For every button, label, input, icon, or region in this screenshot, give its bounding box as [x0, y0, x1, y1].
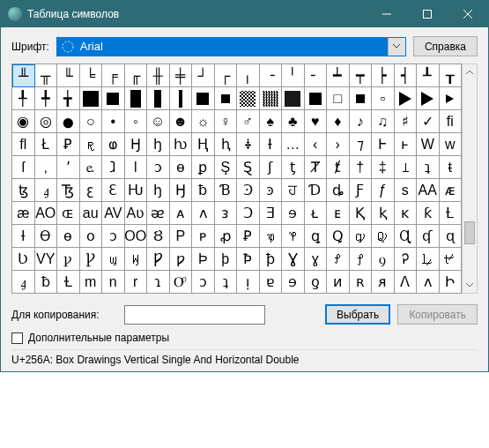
character-cell[interactable]: ⸸ — [237, 133, 260, 156]
character-cell[interactable]: ʇ — [215, 271, 238, 294]
character-cell[interactable] — [102, 87, 125, 110]
character-cell[interactable]: Ⱦ — [305, 156, 328, 179]
character-grid[interactable]: ╨╥╙╘╒╓╫╪┘┌╷╶╵╴┷┯┝┥┸┰╀╇╈□▫◉◎●○•◦☺☻☼♀♂♠♣♥♦… — [11, 63, 462, 294]
maximize-button[interactable] — [407, 1, 448, 27]
character-cell[interactable]: Ɔ — [237, 202, 260, 225]
character-cell[interactable]: ✓ — [417, 110, 440, 133]
character-cell[interactable]: Ꝩ — [80, 248, 103, 271]
character-cell[interactable]: m — [80, 271, 103, 294]
character-cell[interactable]: ♪ — [350, 110, 373, 133]
character-cell[interactable]: l — [125, 156, 148, 179]
character-cell[interactable]: Ɓ — [215, 179, 238, 202]
character-cell[interactable]: ᴁ — [440, 179, 463, 202]
character-cell[interactable]: Ƒ — [350, 179, 373, 202]
minimize-button[interactable] — [367, 1, 407, 27]
character-cell[interactable]: ɘ — [282, 271, 305, 294]
character-cell[interactable]: Ꜿ — [237, 179, 260, 202]
scroll-up-button[interactable] — [463, 64, 477, 80]
character-cell[interactable]: ᴋ — [395, 202, 418, 225]
character-cell[interactable]: Ʇ — [395, 156, 418, 179]
character-cell[interactable]: ƙ — [417, 202, 440, 225]
character-cell[interactable]: ╓ — [125, 64, 148, 87]
character-cell[interactable]: Ꝡ — [125, 248, 148, 271]
character-cell[interactable]: † — [350, 156, 373, 179]
character-cell[interactable]: ɿ — [147, 271, 170, 294]
character-cell[interactable]: ŧ — [440, 156, 463, 179]
character-cell[interactable]: ꜧ — [147, 133, 170, 156]
character-cell[interactable]: ┥ — [395, 64, 418, 87]
character-cell[interactable]: ┝ — [372, 64, 395, 87]
character-cell[interactable]: Þ — [192, 248, 215, 271]
character-cell[interactable]: ╥ — [35, 64, 58, 87]
character-cell[interactable]: ○ — [80, 110, 103, 133]
character-cell[interactable]: ȡ — [327, 179, 350, 202]
character-cell[interactable]: ᴀ — [170, 202, 193, 225]
character-cell[interactable]: ꜫ — [80, 179, 103, 202]
character-cell[interactable]: ƕ — [170, 133, 193, 156]
character-cell[interactable]: Ꜫ — [102, 179, 125, 202]
character-cell[interactable]: ◦ — [125, 110, 148, 133]
character-cell[interactable]: ☼ — [192, 110, 215, 133]
character-cell[interactable]: ᴈ — [215, 202, 238, 225]
character-cell[interactable]: w — [440, 133, 463, 156]
character-cell[interactable]: • — [102, 110, 125, 133]
character-cell[interactable]: Ʌ — [395, 271, 418, 294]
character-cell[interactable] — [170, 87, 193, 110]
help-button[interactable]: Справка — [413, 36, 478, 56]
character-cell[interactable]: ꝡ — [102, 248, 125, 271]
character-cell[interactable]: ╙ — [57, 64, 80, 87]
character-cell[interactable]: Ɋ — [395, 225, 418, 248]
character-cell[interactable]: ƍ — [305, 271, 328, 294]
character-cell[interactable]: ‡ — [372, 156, 395, 179]
character-cell[interactable]: ɔ — [147, 156, 170, 179]
character-cell[interactable] — [80, 87, 103, 110]
character-cell[interactable]: Ȿ — [237, 156, 260, 179]
character-cell[interactable]: ꝥ — [260, 248, 283, 271]
character-cell[interactable]: ┯ — [350, 64, 373, 87]
character-cell[interactable]: ɵ — [170, 156, 193, 179]
character-cell[interactable]: Ⱶ — [372, 133, 395, 156]
character-cell[interactable]: ꝭ — [350, 248, 373, 271]
character-cell[interactable]: ɶ — [57, 202, 80, 225]
scrollbar[interactable] — [462, 63, 478, 294]
character-cell[interactable]: ╵ — [282, 64, 305, 87]
character-cell[interactable]: Ƕ — [125, 179, 148, 202]
character-cell[interactable]: ┰ — [440, 64, 463, 87]
character-cell[interactable]: s — [395, 179, 418, 202]
character-cell[interactable]: Ş — [215, 156, 238, 179]
character-cell[interactable]: ꝩ — [57, 248, 80, 271]
character-cell[interactable]: P — [170, 225, 193, 248]
character-cell[interactable]: þ — [215, 248, 238, 271]
character-cell[interactable]: ☺ — [147, 110, 170, 133]
character-cell[interactable] — [282, 87, 305, 110]
character-cell[interactable]: Ꭾ — [395, 248, 418, 271]
character-cell[interactable]: Ɨ — [260, 133, 283, 156]
character-cell[interactable]: ♥ — [305, 110, 328, 133]
character-cell[interactable]: ᴌ — [305, 202, 328, 225]
character-cell[interactable]: r — [125, 271, 148, 294]
character-cell[interactable]: ╴ — [305, 64, 328, 87]
character-cell[interactable]: ɘ — [282, 202, 305, 225]
character-cell[interactable]: ꝑ — [192, 156, 215, 179]
character-cell[interactable]: ᴇ — [327, 202, 350, 225]
character-cell[interactable]: AA — [417, 179, 440, 202]
character-cell[interactable]: Ꝙ — [372, 225, 395, 248]
character-cell[interactable]: ᴐ — [102, 225, 125, 248]
character-cell[interactable]: ┸ — [417, 64, 440, 87]
character-cell[interactable]: ᴧ — [417, 271, 440, 294]
character-cell[interactable]: Ꝑ — [237, 225, 260, 248]
character-cell[interactable]: Ⱪ — [350, 202, 373, 225]
character-cell[interactable]: W — [417, 133, 440, 156]
close-button[interactable] — [448, 1, 488, 27]
character-cell[interactable]: Ꝑ — [57, 133, 80, 156]
character-cell[interactable]: Ȣ — [147, 225, 170, 248]
character-cell[interactable]: ♣ — [282, 110, 305, 133]
character-cell[interactable]: ꜧ — [147, 179, 170, 202]
character-cell[interactable] — [350, 87, 373, 110]
character-cell[interactable]: OO — [125, 225, 148, 248]
character-cell[interactable]: Ꝭ — [327, 248, 350, 271]
scroll-thumb[interactable] — [464, 221, 475, 244]
character-cell[interactable]: ⱷ — [102, 133, 125, 156]
character-cell[interactable]: ꝯ — [372, 248, 395, 271]
advanced-checkbox[interactable] — [11, 332, 23, 344]
